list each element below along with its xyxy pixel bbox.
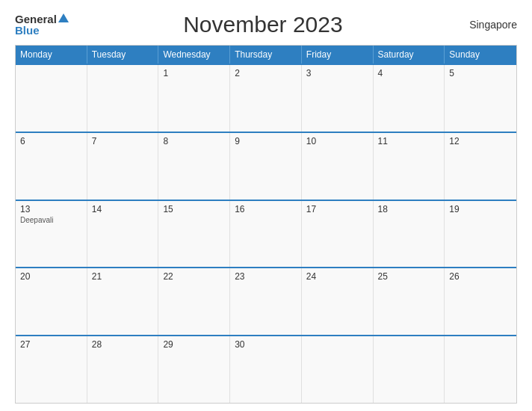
day-cell-w5-d3: 29 [158, 336, 230, 403]
day-cell-w2-d2: 7 [87, 133, 159, 200]
country-label: Singapore [457, 19, 517, 31]
logo-triangle-icon [58, 13, 69, 22]
day-number: 3 [306, 68, 368, 78]
header-sunday: Sunday [445, 46, 516, 64]
day-number: 21 [92, 271, 154, 282]
day-cell-w4-d5: 24 [302, 268, 374, 335]
day-cell-w2-d5: 10 [302, 133, 374, 200]
day-number: 13 [20, 204, 82, 214]
day-number: 23 [235, 271, 297, 282]
day-number: 26 [449, 271, 512, 282]
day-number: 19 [449, 204, 512, 214]
day-number: 8 [163, 136, 225, 146]
day-cell-w3-d2: 14 [87, 201, 159, 268]
holiday-label: Deepavali [20, 216, 82, 224]
calendar-container: General Blue November 2023 Singapore Mon… [0, 0, 532, 411]
day-cell-w4-d1: 20 [16, 268, 87, 335]
day-cell-w5-d2: 28 [87, 336, 159, 403]
week-row-1: 12345 [16, 64, 516, 132]
day-cell-w5-d4: 30 [230, 336, 302, 403]
week-row-4: 20212223242526 [16, 267, 516, 335]
day-cell-w5-d1: 27 [16, 336, 87, 403]
day-number: 5 [449, 68, 512, 78]
header-saturday: Saturday [374, 46, 445, 64]
day-number: 9 [235, 136, 297, 146]
day-number: 12 [449, 136, 512, 146]
day-number: 28 [92, 339, 154, 350]
calendar-title: November 2023 [69, 12, 457, 37]
day-cell-w5-d5 [302, 336, 374, 403]
day-number: 7 [92, 136, 154, 146]
day-headers: Monday Tuesday Wednesday Thursday Friday… [16, 46, 516, 64]
day-number: 14 [92, 204, 154, 214]
day-number: 1 [163, 68, 225, 78]
day-number: 27 [20, 339, 82, 350]
day-cell-w3-d7: 19 [445, 201, 516, 268]
week-row-3: 13Deepavali141516171819 [16, 200, 516, 268]
day-number: 10 [306, 136, 368, 146]
header-tuesday: Tuesday [87, 46, 159, 64]
calendar-header: General Blue November 2023 Singapore [15, 12, 517, 37]
day-number: 2 [235, 68, 297, 78]
day-cell-w5-d6 [374, 336, 445, 403]
day-number: 17 [306, 204, 368, 214]
day-number: 24 [306, 271, 368, 282]
day-number: 15 [163, 204, 225, 214]
day-cell-w3-d6: 18 [374, 201, 445, 268]
day-cell-w2-d4: 9 [230, 133, 302, 200]
week-row-2: 6789101112 [16, 132, 516, 200]
day-cell-w5-d7 [445, 336, 516, 403]
day-number: 18 [378, 204, 440, 214]
header-friday: Friday [302, 46, 374, 64]
day-number: 6 [20, 136, 82, 146]
day-cell-w4-d2: 21 [87, 268, 159, 335]
day-cell-w1-d6: 4 [374, 65, 445, 132]
day-number: 11 [378, 136, 440, 146]
day-cell-w1-d1 [16, 65, 87, 132]
week-row-5: 27282930 [16, 335, 516, 403]
day-cell-w2-d1: 6 [16, 133, 87, 200]
logo-blue-text: Blue [15, 25, 40, 36]
calendar-grid: Monday Tuesday Wednesday Thursday Friday… [15, 45, 517, 404]
day-number: 25 [378, 271, 440, 282]
day-cell-w2-d3: 8 [158, 133, 230, 200]
day-cell-w4-d4: 23 [230, 268, 302, 335]
day-cell-w3-d4: 16 [230, 201, 302, 268]
weeks: 12345678910111213Deepavali14151617181920… [16, 64, 516, 403]
day-cell-w4-d7: 26 [445, 268, 516, 335]
day-cell-w1-d4: 2 [230, 65, 302, 132]
day-cell-w4-d3: 22 [158, 268, 230, 335]
header-thursday: Thursday [230, 46, 302, 64]
logo-general-text: General [15, 13, 57, 25]
day-number: 16 [235, 204, 297, 214]
day-cell-w3-d1: 13Deepavali [16, 201, 87, 268]
day-cell-w1-d2 [87, 65, 159, 132]
header-monday: Monday [16, 46, 87, 64]
day-cell-w3-d5: 17 [302, 201, 374, 268]
logo: General Blue [15, 13, 69, 36]
day-cell-w4-d6: 25 [374, 268, 445, 335]
day-cell-w2-d7: 12 [445, 133, 516, 200]
day-cell-w2-d6: 11 [374, 133, 445, 200]
day-number: 30 [235, 339, 297, 350]
day-number: 22 [163, 271, 225, 282]
header-wednesday: Wednesday [158, 46, 230, 64]
day-cell-w1-d3: 1 [158, 65, 230, 132]
day-cell-w1-d5: 3 [302, 65, 374, 132]
day-number: 20 [20, 271, 82, 282]
day-cell-w1-d7: 5 [445, 65, 516, 132]
day-number: 4 [378, 68, 440, 78]
day-number: 29 [163, 339, 225, 350]
day-cell-w3-d3: 15 [158, 201, 230, 268]
